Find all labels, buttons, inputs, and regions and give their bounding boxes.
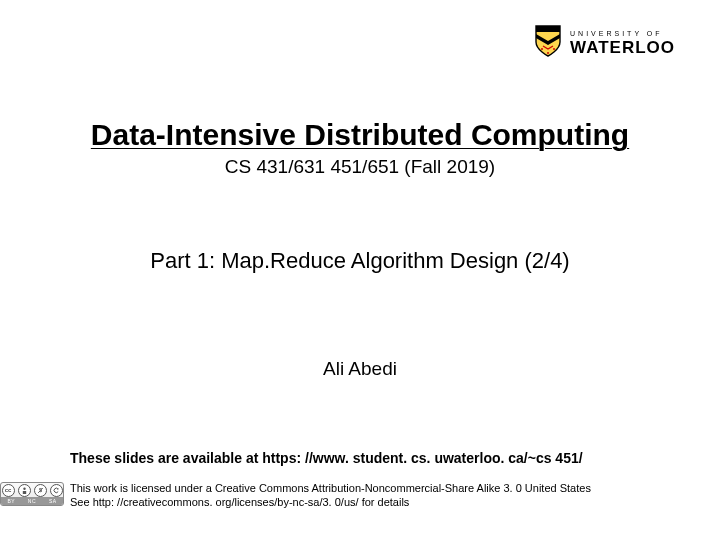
cc-sa-label: SA — [49, 498, 57, 504]
svg-point-1 — [541, 48, 543, 50]
svg-point-4 — [23, 487, 25, 489]
svg-point-3 — [547, 52, 549, 54]
title-block: Data-Intensive Distributed Computing CS … — [0, 118, 720, 178]
slide-title: Data-Intensive Distributed Computing — [0, 118, 720, 152]
university-logo: UNIVERSITY OF WATERLOO — [534, 24, 675, 62]
university-of-label: UNIVERSITY OF — [570, 30, 675, 37]
sa-icon — [50, 484, 63, 497]
shield-icon — [534, 24, 562, 62]
availability-note: These slides are available at https: //w… — [70, 450, 583, 466]
svg-rect-0 — [536, 26, 560, 32]
university-logo-text: UNIVERSITY OF WATERLOO — [570, 30, 675, 56]
cc-by-label: BY — [7, 498, 15, 504]
cc-nc-label: NC — [28, 498, 36, 504]
course-code: CS 431/631 451/651 (Fall 2019) — [0, 156, 720, 178]
license-line-2: See http: //creativecommons. org/license… — [70, 496, 710, 510]
svg-point-2 — [553, 48, 555, 50]
author-name: Ali Abedi — [0, 358, 720, 380]
part-subtitle: Part 1: Map.Reduce Algorithm Design (2/4… — [0, 248, 720, 274]
license-text: This work is licensed under a Creative C… — [70, 482, 710, 510]
cc-license-badge: cc $ BY NC SA — [0, 482, 64, 506]
by-icon — [18, 484, 31, 497]
nc-icon: $ — [34, 484, 47, 497]
license-line-1: This work is licensed under a Creative C… — [70, 482, 710, 496]
cc-icon: cc — [2, 484, 15, 497]
university-name: WATERLOO — [570, 39, 675, 56]
